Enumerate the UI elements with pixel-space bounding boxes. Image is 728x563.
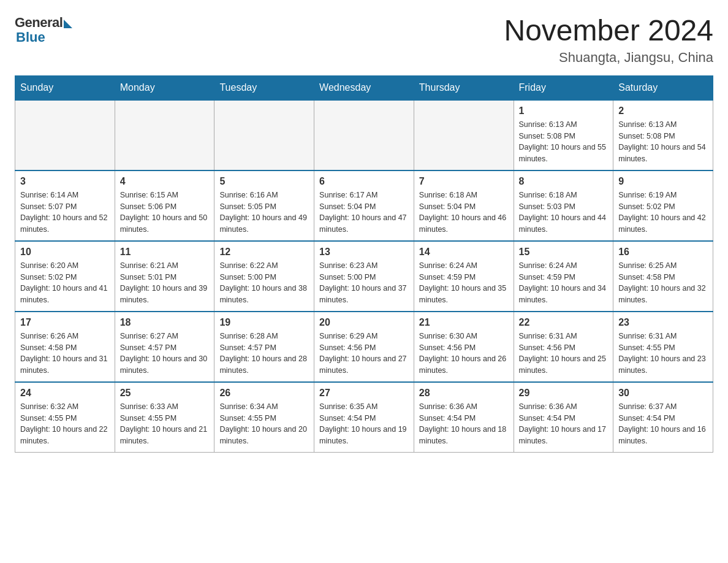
logo-arrow-icon (64, 20, 72, 28)
calendar-cell: 24Sunrise: 6:32 AMSunset: 4:55 PMDayligh… (15, 382, 115, 453)
day-info-line: Sunset: 5:03 PM (519, 201, 609, 213)
day-info-line: Sunrise: 6:16 AM (219, 190, 309, 201)
day-info-line: Daylight: 10 hours and 31 minutes. (20, 353, 110, 377)
day-info-line: Sunset: 4:56 PM (419, 342, 509, 354)
day-info-line: Sunset: 5:02 PM (618, 201, 708, 213)
day-info-line: Daylight: 10 hours and 41 minutes. (20, 283, 110, 306)
day-number: 7 (419, 176, 509, 187)
day-info-line: Sunrise: 6:13 AM (519, 119, 609, 131)
day-info-line: Sunset: 4:59 PM (419, 272, 509, 283)
day-info-line: Sunset: 4:57 PM (120, 342, 210, 354)
calendar-cell: 1Sunrise: 6:13 AMSunset: 5:08 PMDaylight… (514, 100, 613, 170)
day-info-line: Sunset: 4:55 PM (219, 413, 309, 424)
calendar-week-1: 1Sunrise: 6:13 AMSunset: 5:08 PMDaylight… (15, 100, 713, 170)
day-info-line: Sunset: 5:04 PM (319, 201, 409, 213)
day-info-line: Sunrise: 6:13 AM (618, 119, 708, 131)
calendar-cell: 20Sunrise: 6:29 AMSunset: 4:56 PMDayligh… (314, 312, 414, 382)
day-info-line: Daylight: 10 hours and 17 minutes. (519, 424, 609, 447)
day-info-line: Sunrise: 6:28 AM (219, 331, 309, 342)
calendar-week-4: 17Sunrise: 6:26 AMSunset: 4:58 PMDayligh… (15, 312, 713, 382)
day-number: 15 (519, 247, 609, 258)
day-number: 17 (20, 317, 110, 328)
day-number: 5 (219, 176, 309, 187)
day-info-line: Sunrise: 6:21 AM (120, 260, 210, 272)
day-info-line: Daylight: 10 hours and 35 minutes. (419, 283, 509, 306)
day-info-line: Daylight: 10 hours and 28 minutes. (219, 353, 309, 377)
day-number: 2 (618, 105, 708, 117)
day-info-line: Daylight: 10 hours and 19 minutes. (319, 424, 409, 447)
calendar-cell: 28Sunrise: 6:36 AMSunset: 4:54 PMDayligh… (414, 382, 514, 453)
day-info-line: Sunrise: 6:34 AM (219, 401, 309, 413)
day-number: 9 (618, 176, 708, 187)
day-info-line: Sunrise: 6:24 AM (419, 260, 509, 272)
day-info-line: Sunrise: 6:18 AM (519, 190, 609, 201)
day-number: 11 (120, 247, 210, 258)
calendar-cell: 27Sunrise: 6:35 AMSunset: 4:54 PMDayligh… (314, 382, 414, 453)
day-number: 12 (219, 247, 309, 258)
day-info-line: Sunset: 4:56 PM (519, 342, 609, 354)
day-info-line: Daylight: 10 hours and 52 minutes. (20, 212, 110, 236)
day-info-line: Sunset: 4:54 PM (419, 413, 509, 424)
calendar-cell (314, 100, 414, 170)
day-info-line: Daylight: 10 hours and 21 minutes. (120, 424, 210, 447)
day-number: 22 (519, 317, 609, 328)
calendar-cell (15, 100, 115, 170)
day-number: 27 (319, 388, 409, 399)
day-info-line: Daylight: 10 hours and 26 minutes. (419, 353, 509, 377)
weekday-header-saturday: Saturday (613, 75, 713, 100)
day-info-line: Sunrise: 6:18 AM (419, 190, 509, 201)
day-info-line: Sunset: 4:58 PM (618, 272, 708, 283)
calendar-cell: 16Sunrise: 6:25 AMSunset: 4:58 PMDayligh… (613, 241, 713, 312)
location: Shuangta, Jiangsu, China (504, 50, 713, 66)
logo-blue-text: Blue (16, 29, 45, 45)
calendar-cell: 14Sunrise: 6:24 AMSunset: 4:59 PMDayligh… (414, 241, 514, 312)
day-info-line: Sunrise: 6:23 AM (319, 260, 409, 272)
calendar-cell: 29Sunrise: 6:36 AMSunset: 4:54 PMDayligh… (514, 382, 613, 453)
calendar-cell: 19Sunrise: 6:28 AMSunset: 4:57 PMDayligh… (214, 312, 314, 382)
day-info-line: Sunset: 4:55 PM (618, 342, 708, 354)
logo-general-text: General (15, 15, 63, 31)
day-info-line: Daylight: 10 hours and 27 minutes. (319, 353, 409, 377)
day-info-line: Daylight: 10 hours and 46 minutes. (419, 212, 509, 236)
calendar-cell: 23Sunrise: 6:31 AMSunset: 4:55 PMDayligh… (613, 312, 713, 382)
day-info-line: Sunset: 5:07 PM (20, 201, 110, 213)
calendar-cell: 21Sunrise: 6:30 AMSunset: 4:56 PMDayligh… (414, 312, 514, 382)
day-number: 25 (120, 388, 210, 399)
weekday-header-wednesday: Wednesday (314, 75, 414, 100)
calendar-cell: 13Sunrise: 6:23 AMSunset: 5:00 PMDayligh… (314, 241, 414, 312)
day-info-line: Sunset: 4:54 PM (618, 413, 708, 424)
day-info-line: Sunset: 5:08 PM (519, 131, 609, 142)
day-number: 20 (319, 317, 409, 328)
calendar-cell: 17Sunrise: 6:26 AMSunset: 4:58 PMDayligh… (15, 312, 115, 382)
calendar-cell: 22Sunrise: 6:31 AMSunset: 4:56 PMDayligh… (514, 312, 613, 382)
day-info-line: Sunset: 4:56 PM (319, 342, 409, 354)
day-number: 18 (120, 317, 210, 328)
day-info-line: Sunrise: 6:24 AM (519, 260, 609, 272)
day-info-line: Daylight: 10 hours and 16 minutes. (618, 424, 708, 447)
calendar-cell: 30Sunrise: 6:37 AMSunset: 4:54 PMDayligh… (613, 382, 713, 453)
day-number: 1 (519, 105, 609, 117)
day-info-line: Sunrise: 6:22 AM (219, 260, 309, 272)
day-info-line: Sunset: 5:05 PM (219, 201, 309, 213)
weekday-header-row: SundayMondayTuesdayWednesdayThursdayFrid… (15, 75, 713, 100)
day-info-line: Daylight: 10 hours and 49 minutes. (219, 212, 309, 236)
day-info-line: Daylight: 10 hours and 54 minutes. (618, 142, 708, 165)
day-info-line: Daylight: 10 hours and 22 minutes. (20, 424, 110, 447)
weekday-header-tuesday: Tuesday (214, 75, 314, 100)
day-info-line: Sunset: 4:58 PM (20, 342, 110, 354)
day-info-line: Sunset: 4:54 PM (319, 413, 409, 424)
day-info-line: Daylight: 10 hours and 38 minutes. (219, 283, 309, 306)
day-info-line: Daylight: 10 hours and 25 minutes. (519, 353, 609, 377)
day-number: 4 (120, 176, 210, 187)
day-info-line: Sunset: 5:06 PM (120, 201, 210, 213)
calendar-cell: 10Sunrise: 6:20 AMSunset: 5:02 PMDayligh… (15, 241, 115, 312)
calendar-cell: 11Sunrise: 6:21 AMSunset: 5:01 PMDayligh… (115, 241, 214, 312)
day-info-line: Daylight: 10 hours and 44 minutes. (519, 212, 609, 236)
day-info-line: Daylight: 10 hours and 47 minutes. (319, 212, 409, 236)
calendar-cell (115, 100, 214, 170)
month-title: November 2024 (504, 15, 713, 47)
day-info-line: Sunset: 4:55 PM (20, 413, 110, 424)
calendar-week-3: 10Sunrise: 6:20 AMSunset: 5:02 PMDayligh… (15, 241, 713, 312)
day-info-line: Sunrise: 6:31 AM (519, 331, 609, 342)
day-info-line: Daylight: 10 hours and 32 minutes. (618, 283, 708, 306)
